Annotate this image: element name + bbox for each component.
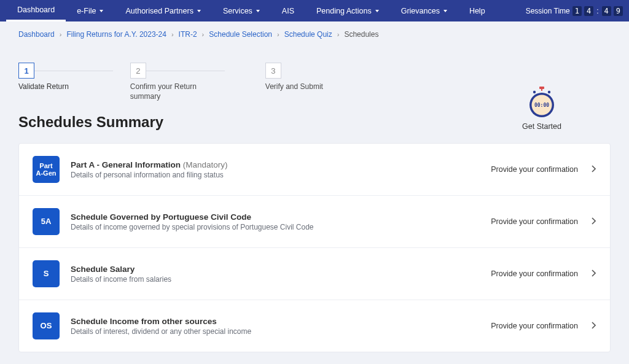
nav-left: Dashboard e-File Authorised Partners Ser… <box>6 0 496 21</box>
breadcrumb-link[interactable]: Schedule Quiz <box>284 30 332 39</box>
step-number: 3 <box>265 63 281 79</box>
nav-label: Authorised Partners <box>125 7 193 15</box>
mandatory-tag: (Mandatory) <box>183 160 228 169</box>
chevron-right-icon: › <box>171 31 174 38</box>
nav-authorised-partners[interactable]: Authorised Partners <box>114 0 211 21</box>
breadcrumb-current: Schedules <box>344 30 378 39</box>
schedule-badge: S <box>33 260 60 287</box>
nav-efile[interactable]: e-File <box>66 0 114 21</box>
session-digit: 9 <box>614 6 623 16</box>
step-label: Confirm your Return summary <box>130 82 204 101</box>
schedule-body: Schedule Governed by Portuguese Civil Co… <box>71 212 491 231</box>
session-colon: : <box>596 7 599 15</box>
chevron-right-icon: › <box>60 31 62 38</box>
title-row: Schedules Summary 00:00 Get Started <box>0 107 629 143</box>
badge-line: A-Gen <box>36 169 57 177</box>
nav-label: Services <box>223 7 252 15</box>
nav-label: Pending Actions <box>316 7 372 15</box>
badge-line: OS <box>41 322 52 330</box>
step-validate-return[interactable]: 1 Validate Return <box>18 63 69 92</box>
schedule-row-part-a-gen[interactable]: Part A-Gen Part A - General Information … <box>19 144 610 196</box>
top-navbar: Dashboard e-File Authorised Partners Ser… <box>0 0 629 21</box>
schedule-title-text: Part A - General Information <box>71 160 181 169</box>
schedule-desc: Details of income governed by special pr… <box>71 223 491 231</box>
chevron-down-icon <box>100 10 103 12</box>
page-title: Schedules Summary <box>18 114 163 131</box>
step-verify-submit[interactable]: 3 Verify and Submit <box>265 63 323 92</box>
schedule-badge: Part A-Gen <box>33 156 60 183</box>
chevron-right-icon <box>592 217 596 227</box>
schedule-status: Provide your confirmation <box>491 165 578 174</box>
progress-steps: 1 Validate Return 2 Confirm your Return … <box>0 47 629 107</box>
schedule-row-other-sources[interactable]: OS Schedule Income from other sources De… <box>19 300 610 352</box>
schedule-badge: OS <box>33 312 60 339</box>
breadcrumb-link[interactable]: Dashboard <box>18 30 55 39</box>
chevron-right-icon: › <box>337 31 340 38</box>
schedule-badge: 5A <box>33 208 60 235</box>
nav-dashboard[interactable]: Dashboard <box>6 0 66 21</box>
chevron-right-icon: › <box>277 31 279 38</box>
nav-help[interactable]: Help <box>458 0 496 21</box>
nav-ais[interactable]: AIS <box>271 0 305 21</box>
step-connector <box>34 71 113 71</box>
badge-line: 5A <box>41 217 52 226</box>
session-digit: 4 <box>584 6 593 16</box>
chevron-down-icon <box>197 10 201 12</box>
nav-label: AIS <box>282 7 294 15</box>
step-label: Verify and Submit <box>265 82 323 92</box>
step-connector <box>146 71 225 71</box>
schedule-row-5a[interactable]: 5A Schedule Governed by Portuguese Civil… <box>19 196 610 248</box>
schedule-row-salary[interactable]: S Schedule Salary Details of income from… <box>19 248 610 300</box>
nav-label: Help <box>469 7 485 15</box>
schedule-title: Schedule Salary <box>71 265 491 274</box>
schedule-desc: Details of personal information and fili… <box>71 171 491 179</box>
chevron-down-icon <box>443 10 447 12</box>
step-label: Validate Return <box>18 82 69 92</box>
schedule-title: Schedule Governed by Portuguese Civil Co… <box>71 212 491 222</box>
step-number: 1 <box>18 63 34 79</box>
schedule-title: Part A - General Information (Mandatory) <box>71 160 491 169</box>
nav-label: Dashboard <box>17 6 55 14</box>
schedule-desc: Details of income from salaries <box>71 275 491 284</box>
nav-pending-actions[interactable]: Pending Actions <box>305 0 390 21</box>
chevron-down-icon <box>256 10 260 12</box>
nav-services[interactable]: Services <box>212 0 271 21</box>
badge-line: Part <box>39 162 52 169</box>
chevron-right-icon <box>592 321 596 331</box>
schedule-body: Part A - General Information (Mandatory)… <box>71 160 491 179</box>
breadcrumb-link[interactable]: Filing Returns for A.Y. 2023-24 <box>66 30 166 39</box>
schedule-status: Provide your confirmation <box>491 322 578 330</box>
chevron-right-icon <box>592 269 596 279</box>
nav-label: e-File <box>77 7 96 15</box>
session-digit: 4 <box>602 6 611 16</box>
breadcrumb-link[interactable]: Schedule Selection <box>209 30 272 39</box>
step-confirm-summary[interactable]: 2 Confirm your Return summary <box>130 63 204 101</box>
badge-line: S <box>44 269 49 278</box>
session-digit: 1 <box>572 6 582 16</box>
schedule-desc: Details of interest, dividend or any oth… <box>71 327 491 336</box>
schedule-title: Schedule Income from other sources <box>71 317 491 326</box>
schedule-status: Provide your confirmation <box>491 217 578 226</box>
schedule-body: Schedule Salary Details of income from s… <box>71 265 491 284</box>
schedule-status: Provide your confirmation <box>491 269 578 278</box>
schedule-list: Part A-Gen Part A - General Information … <box>18 143 611 352</box>
nav-label: Grievances <box>401 7 440 15</box>
chevron-down-icon <box>375 10 379 12</box>
session-label: Session Time <box>526 7 570 15</box>
nav-grievances[interactable]: Grievances <box>390 0 458 21</box>
chevron-right-icon <box>592 165 596 174</box>
session-time: Session Time 1 4 : 4 9 <box>526 6 623 16</box>
breadcrumb: Dashboard › Filing Returns for A.Y. 2023… <box>0 21 629 47</box>
chevron-right-icon: › <box>202 31 205 38</box>
timer-caption: Get Started <box>522 122 561 131</box>
schedule-body: Schedule Income from other sources Detai… <box>71 317 491 336</box>
breadcrumb-link[interactable]: ITR-2 <box>179 30 197 39</box>
step-number: 2 <box>130 63 146 79</box>
